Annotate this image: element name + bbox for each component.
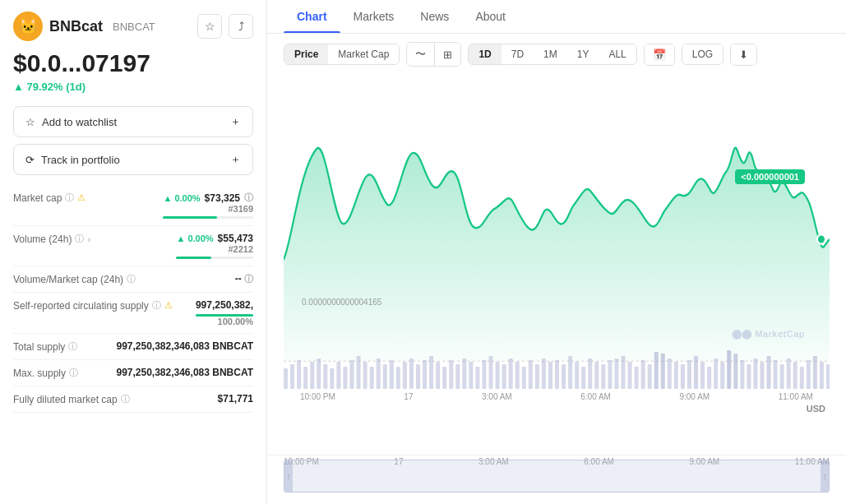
scroll-handle[interactable]: ⋮ ⋮ — [284, 460, 830, 492]
circulating-info[interactable]: ⓘ — [152, 299, 161, 312]
download-group: ⬇ — [730, 44, 757, 66]
scroll-grip-left[interactable]: ⋮ — [284, 460, 293, 492]
svg-rect-39 — [529, 360, 533, 389]
svg-rect-8 — [323, 364, 327, 389]
circulating-pct: 100.00% — [196, 317, 253, 326]
svg-rect-82 — [813, 356, 817, 389]
svg-rect-26 — [442, 367, 446, 389]
volume-bars — [284, 344, 830, 389]
tabs-bar: Chart Markets News About — [267, 0, 846, 34]
vol-mktcap-value: -- — [235, 273, 242, 284]
candle-chart-icon[interactable]: ⊞ — [435, 43, 460, 66]
svg-rect-3 — [290, 364, 294, 389]
add-watchlist-button[interactable]: ☆ Add to watchlist ＋ — [13, 106, 253, 137]
svg-rect-74 — [760, 362, 764, 389]
calendar-icon[interactable]: 📅 — [645, 44, 674, 65]
fdmc-row: Fully diluted market cap ⓘ $71,771 — [13, 386, 253, 413]
svg-rect-83 — [820, 362, 824, 389]
period-1m[interactable]: 1M — [534, 44, 567, 64]
svg-rect-19 — [396, 367, 400, 389]
svg-rect-10 — [336, 362, 340, 389]
svg-rect-34 — [496, 362, 500, 389]
volume-24h-row: Volume (24h) ⓘ › ▲ 0.00% $55,473 #2212 — [13, 226, 253, 266]
svg-rect-65 — [700, 362, 705, 389]
period-1d[interactable]: 1D — [469, 44, 501, 64]
svg-rect-78 — [787, 358, 791, 389]
period-all[interactable]: ALL — [599, 44, 636, 64]
market-cap-button[interactable]: Market Cap — [328, 44, 399, 64]
svg-rect-44 — [562, 364, 566, 389]
circulating-supply-row: Self-reported circulating supply ⓘ ⚠ 997… — [13, 293, 253, 334]
market-cap-info-icon[interactable]: ⓘ — [65, 192, 74, 204]
svg-rect-11 — [343, 367, 347, 389]
tab-markets[interactable]: Markets — [340, 0, 408, 33]
total-supply-info[interactable]: ⓘ — [68, 340, 77, 353]
market-cap-change: ▲ 0.00% — [163, 193, 200, 203]
download-icon[interactable]: ⬇ — [731, 44, 756, 65]
track-portfolio-button[interactable]: ⟳ Track in portfolio ＋ — [13, 144, 253, 175]
total-supply-label: Total supply — [13, 341, 65, 353]
svg-rect-71 — [740, 360, 744, 389]
svg-rect-47 — [581, 367, 585, 389]
header-icons: ☆ ⤴ — [197, 14, 253, 39]
svg-rect-67 — [714, 358, 718, 389]
svg-rect-9 — [330, 368, 334, 389]
right-panel: Chart Markets News About Price Market Ca… — [267, 0, 846, 504]
svg-rect-12 — [349, 360, 354, 389]
svg-rect-24 — [429, 356, 433, 389]
vol-mktcap-value-info[interactable]: ⓘ — [244, 274, 253, 284]
svg-rect-20 — [403, 362, 407, 389]
svg-rect-36 — [509, 358, 513, 389]
vol-mktcap-info[interactable]: ⓘ — [127, 273, 136, 285]
x-label-5: 11:00 AM — [779, 392, 813, 401]
coin-header: 🐱 BNBcat BNBCAT ☆ ⤴ — [13, 12, 253, 41]
svg-rect-66 — [707, 367, 711, 389]
svg-rect-28 — [455, 364, 460, 389]
tab-chart[interactable]: Chart — [284, 0, 340, 33]
svg-rect-57 — [648, 364, 652, 389]
plus-icon: ＋ — [230, 114, 241, 129]
svg-rect-25 — [436, 362, 440, 389]
scroll-grip-right[interactable]: ⋮ — [821, 460, 829, 492]
svg-rect-60 — [668, 358, 672, 389]
svg-rect-79 — [793, 362, 797, 389]
plus-icon-portfolio: ＋ — [230, 152, 241, 167]
svg-rect-70 — [733, 354, 737, 389]
fdmc-value: $71,771 — [218, 393, 253, 405]
period-7d[interactable]: 7D — [502, 44, 534, 64]
total-supply-row: Total supply ⓘ 997,250,382,346,083 BNBCA… — [13, 334, 253, 360]
line-chart-icon[interactable]: 〜 — [407, 43, 435, 66]
svg-rect-72 — [747, 364, 751, 389]
svg-rect-48 — [588, 358, 592, 389]
x-label-4: 9:00 AM — [679, 392, 710, 401]
y-axis-label: 0.0000000000004165 — [302, 298, 381, 307]
volume-change: ▲ 0.00% — [176, 234, 213, 243]
max-supply-info[interactable]: ⓘ — [69, 367, 78, 379]
tab-news[interactable]: News — [407, 0, 462, 33]
svg-rect-81 — [807, 360, 811, 389]
volume-info-icon[interactable]: ⓘ — [75, 233, 84, 245]
fdmc-info[interactable]: ⓘ — [121, 393, 130, 405]
market-cap-value: $73,325 — [205, 192, 240, 204]
svg-rect-41 — [542, 358, 546, 389]
watchlist-star-button[interactable]: ☆ — [197, 14, 222, 39]
x-label-3: 6:00 AM — [580, 392, 611, 401]
svg-rect-80 — [800, 367, 804, 389]
usd-label: USD — [807, 404, 825, 414]
share-button[interactable]: ⤴ — [229, 14, 253, 39]
svg-rect-14 — [363, 362, 368, 389]
price-mktcap-group: Price Market Cap — [284, 44, 400, 65]
mini-chart-area: ⋮ ⋮ 10:00 PM 17 3:00 AM 6:00 AM 9:00 AM … — [267, 455, 846, 504]
log-button[interactable]: LOG — [682, 44, 723, 64]
svg-rect-68 — [720, 362, 724, 389]
tab-about[interactable]: About — [462, 0, 519, 33]
market-cap-value-info[interactable]: ⓘ — [244, 192, 253, 204]
svg-rect-40 — [535, 364, 539, 389]
period-1y[interactable]: 1Y — [567, 44, 599, 64]
svg-rect-29 — [462, 358, 466, 389]
circulating-label: Self-reported circulating supply — [13, 300, 149, 312]
price-button[interactable]: Price — [284, 44, 328, 64]
volume-value: $55,473 — [218, 233, 253, 244]
svg-rect-69 — [727, 350, 731, 389]
vol-mktcap-label: Volume/Market cap (24h) — [13, 274, 123, 285]
